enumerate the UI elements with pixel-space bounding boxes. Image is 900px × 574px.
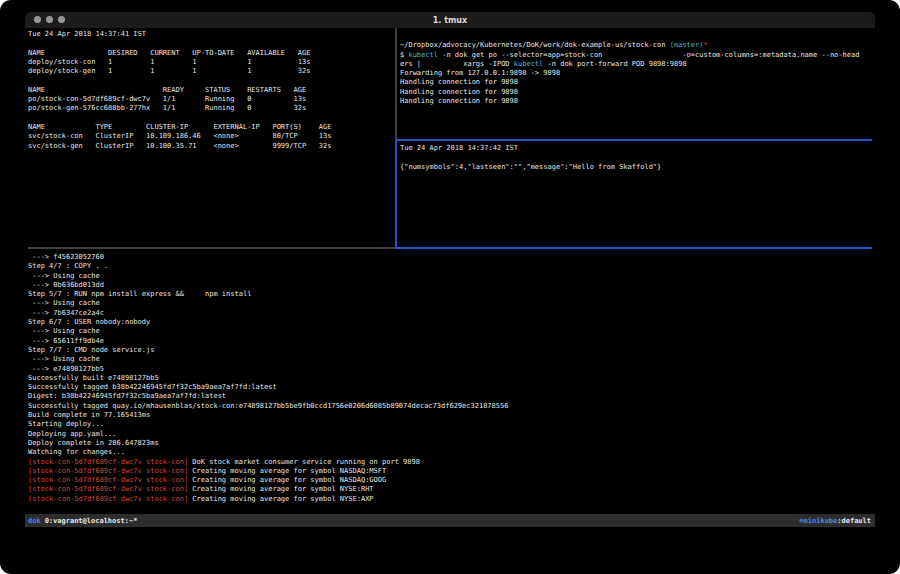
terminal-text-segment: Successfully built e74898127bb5 xyxy=(28,374,159,382)
terminal-text-segment: ---> 0b636bd013dd xyxy=(28,281,104,289)
terminal-text-segment xyxy=(400,153,404,161)
pane-divider-vertical xyxy=(395,28,397,139)
terminal-line: Successfully tagged b38b42246945fd7f32c5… xyxy=(28,383,872,392)
pane-service-response[interactable]: Tue 24 Apr 2018 14:37:42 IST {"numsymbol… xyxy=(400,144,872,245)
terminal-text-segment: ---> 7b6347ce2a4c xyxy=(28,309,104,317)
terminal-line: deploy/stock-gen 1 1 1 1 32s xyxy=(28,67,394,76)
status-right-section: ☸minikube:default xyxy=(799,517,871,525)
terminal-text-segment: ---> 65611ff9db4e xyxy=(28,337,104,345)
terminal-line: ---> 65611ff9db4e xyxy=(28,337,872,346)
terminal-line xyxy=(28,76,394,85)
pane-divider-horizontal-active xyxy=(397,139,873,141)
terminal-text-segment: -n dok get po --selector=app=stock-con -… xyxy=(438,51,859,59)
terminal-text-segment: po/stock-gen-576cc688bb-277hx 1/1 Runnin… xyxy=(28,104,306,112)
terminal-text-segment: Starting deploy... xyxy=(28,420,104,428)
terminal-text-segment: Digest: b38b42246945fd7f32c5ba9aea7af7fd… xyxy=(28,392,226,400)
terminal-line: NAME DESIRED CURRENT UP-TO-DATE AVAILABL… xyxy=(28,49,394,58)
terminal-line: NAME READY STATUS RESTARTS AGE xyxy=(28,86,394,95)
terminal-text-segment: Tue 24 Apr 2018 14:37:41 IST xyxy=(28,30,146,38)
terminal-line: ---> Using cache xyxy=(28,272,872,281)
window-title: 1. tmux xyxy=(25,12,875,28)
terminal-text-segment: Creating moving average for symbol NYSE:… xyxy=(188,485,373,493)
terminal-text-segment: Handling connection for 9898 xyxy=(400,78,518,86)
terminal-text-segment: ---> f45623052760 xyxy=(28,253,104,261)
terminal-text-segment: Step 4/7 : COPY . . xyxy=(28,262,108,270)
terminal-line: $ kubectl -n dok get po --selector=app=s… xyxy=(400,51,872,60)
terminal-text-segment: ---> Using cache xyxy=(28,272,100,280)
terminal-line: Watching for changes... xyxy=(28,448,872,457)
terminal-line: po/stock-gen-576cc688bb-277hx 1/1 Runnin… xyxy=(28,104,394,113)
terminal-text-segment: Forwarding from 127.0.0.1:9898 -> 9898 xyxy=(400,69,560,77)
terminal-line xyxy=(400,32,872,41)
terminal-line: [stock-con-5d7df689cf-dwc7v stock-con] C… xyxy=(28,476,872,485)
terminal-text-segment: ---> Using cache xyxy=(28,355,100,363)
terminal-line xyxy=(28,114,394,123)
terminal-line: Step 4/7 : COPY . . xyxy=(28,262,872,271)
terminal-line: ---> Using cache xyxy=(28,299,872,308)
tmux-status-bar: dok 0:vagrant@localhost:~* ☸minikube:def… xyxy=(25,514,875,527)
terminal-line: Tue 24 Apr 2018 14:37:42 IST xyxy=(400,144,872,153)
terminal-text-segment xyxy=(28,114,32,122)
terminal-text-segment: ---> Using cache xyxy=(28,299,100,307)
terminal-text-segment: Creating moving average for symbol NASDA… xyxy=(188,467,386,475)
terminal-line: Successfully tagged quay.io/mhausenblas/… xyxy=(28,402,872,411)
terminal-text-segment: {"numsymbols":4,"lastseen":"","message":… xyxy=(400,163,661,171)
terminal-line: Build complete in 77.165413ms xyxy=(28,411,872,420)
terminal-line: [stock-con-5d7df689cf-dwc7v stock-con] C… xyxy=(28,495,872,504)
terminal-line: Step 7/7 : CMD node service.js xyxy=(28,346,872,355)
terminal-line: Handling connection for 9898 xyxy=(400,88,872,97)
terminal-text-segment: Step 7/7 : CMD node service.js xyxy=(28,346,154,354)
terminal-text-segment: [stock-con-5d7df689cf-dwc7v stock-con] xyxy=(28,467,188,475)
terminal-text-segment: NAME DESIRED CURRENT UP-TO-DATE AVAILABL… xyxy=(28,49,310,57)
terminal-line: Handling connection for 9898 xyxy=(400,78,872,87)
terminal-line: Digest: b38b42246945fd7f32c5ba9aea7af7fd… xyxy=(28,392,872,401)
terminal-text-segment: [stock-con-5d7df689cf-dwc7v stock-con] xyxy=(28,458,188,466)
terminal-text-segment: DoK stock market consumer service runnin… xyxy=(188,458,420,466)
terminal-text-segment: svc/stock-gen ClusterIP 10.100.35.71 <no… xyxy=(28,142,331,150)
terminal-text-segment: ers | xargs -IPOD xyxy=(400,60,514,68)
terminal-line: {"numsymbols":4,"lastseen":"","message":… xyxy=(400,163,872,172)
terminal-line: ers | xargs -IPOD kubectl -n dok port-fo… xyxy=(400,60,872,69)
terminal-text-segment: Deploying app.yaml... xyxy=(28,430,117,438)
terminal-text-segment: Step 5/7 : RUN npm install express && np… xyxy=(28,290,251,298)
terminal-text-segment xyxy=(400,32,404,40)
terminal-line: Handling connection for 9898 xyxy=(400,97,872,106)
terminal-line: [stock-con-5d7df689cf-dwc7v stock-con] C… xyxy=(28,485,872,494)
terminal-text-segment: Successfully tagged quay.io/mhausenblas/… xyxy=(28,402,508,410)
terminal-line: Forwarding from 127.0.0.1:9898 -> 9898 xyxy=(400,69,872,78)
terminal-text-segment: Creating moving average for symbol NASDA… xyxy=(188,476,386,484)
terminal-line: NAME TYPE CLUSTER-IP EXTERNAL-IP PORT(S)… xyxy=(28,123,394,132)
terminal-text-segment: Build complete in 77.165413ms xyxy=(28,411,150,419)
terminal-text-segment: Tue 24 Apr 2018 14:37:42 IST xyxy=(400,144,518,152)
terminal-text-segment: Watching for changes... xyxy=(28,448,125,456)
terminal-text-segment: ---> e74898127bb5 xyxy=(28,365,104,373)
terminal-line: ---> Using cache xyxy=(28,355,872,364)
terminal-line: Deploying app.yaml... xyxy=(28,430,872,439)
terminal-text-segment: po/stock-con-5d7df689cf-dwc7v 1/1 Runnin… xyxy=(28,95,306,103)
terminal-line: ---> 0b636bd013dd xyxy=(28,281,872,290)
terminal-line xyxy=(28,39,394,48)
window-titlebar: 1. tmux xyxy=(25,12,875,29)
terminal-line: Step 5/7 : RUN npm install express && np… xyxy=(28,290,872,299)
pane-skaffold-build-log[interactable]: ---> f45623052760Step 4/7 : COPY . . ---… xyxy=(28,253,872,509)
pane-kubectl-watch[interactable]: Tue 24 Apr 2018 14:37:41 IST NAME DESIRE… xyxy=(28,30,394,244)
terminal-text-segment: svc/stock-con ClusterIP 10.109.186.46 <n… xyxy=(28,132,331,140)
pane-port-forward[interactable]: ~/Dropbox/advocacy/Kubernetes/DoK/work/d… xyxy=(400,32,872,137)
terminal-line: ---> Using cache xyxy=(28,327,872,336)
terminal-line: Starting deploy... xyxy=(28,420,872,429)
terminal-line: svc/stock-gen ClusterIP 10.100.35.71 <no… xyxy=(28,142,394,151)
terminal-line: [stock-con-5d7df689cf-dwc7v stock-con] C… xyxy=(28,467,872,476)
terminal-line: Tue 24 Apr 2018 14:37:41 IST xyxy=(28,30,394,39)
terminal-line: Deploy complete in 286.647823ms xyxy=(28,439,872,448)
terminal-text-segment: Creating moving average for symbol NYSE:… xyxy=(188,495,373,503)
terminal-text-segment: [stock-con-5d7df689cf-dwc7v stock-con] xyxy=(28,476,188,484)
status-window-label[interactable]: 0:vagrant@localhost:~* xyxy=(45,517,138,525)
terminal-text-segment: [stock-con-5d7df689cf-dwc7v stock-con] xyxy=(28,485,188,493)
terminal-line: po/stock-con-5d7df689cf-dwc7v 1/1 Runnin… xyxy=(28,95,394,104)
terminal-line: [stock-con-5d7df689cf-dwc7v stock-con] D… xyxy=(28,458,872,467)
terminal-text-segment: (master) xyxy=(670,41,704,49)
terminal-text-segment: NAME TYPE CLUSTER-IP EXTERNAL-IP PORT(S)… xyxy=(28,123,331,131)
terminal-line: ---> f45623052760 xyxy=(28,253,872,262)
terminal-line: svc/stock-con ClusterIP 10.109.186.46 <n… xyxy=(28,132,394,141)
terminal-text-segment: deploy/stock-con 1 1 1 1 13s xyxy=(28,58,310,66)
